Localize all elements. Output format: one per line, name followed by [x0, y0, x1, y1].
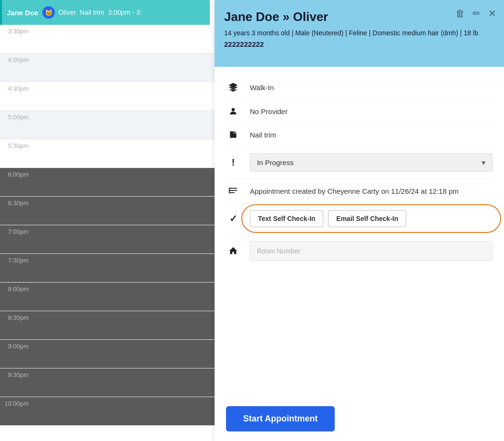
time-label: 4:30pm [0, 82, 33, 92]
detail-footer: Start Appointment [215, 399, 504, 441]
close-button[interactable]: ✕ [487, 7, 497, 20]
detail-body: Walk-In No Provider Nail trim [215, 67, 504, 399]
checkin-row: ✓ Text Self Check-In Email Self Check-In [226, 203, 493, 234]
time-slot: 9:30pm [0, 368, 215, 397]
room-input-wrapper [250, 241, 493, 261]
time-label: 6:30pm [0, 197, 33, 207]
time-label: 7:00pm [0, 225, 33, 235]
status-select-wrapper: Scheduled In Progress Completed Cancelle… [250, 153, 493, 172]
text-checkin-button[interactable]: Text Self Check-In [250, 210, 323, 227]
appointment-owner: Jane Doe [7, 9, 39, 17]
close-icon: ✕ [488, 8, 496, 19]
time-label: 8:30pm [0, 311, 33, 321]
time-label: 8:00pm [0, 283, 33, 293]
time-slot: 6:30pm [0, 197, 215, 225]
appointment-service: Nail trim [80, 9, 104, 16]
walk-in-row: Walk-In [226, 75, 493, 100]
home-icon [226, 246, 240, 256]
time-slot: 4:00pm [0, 53, 215, 82]
trash-icon: 🗑 [455, 8, 465, 19]
time-label: 6:00pm [0, 168, 33, 178]
detail-phone: 2222222222 [224, 40, 494, 48]
service-row: Nail trim [226, 123, 493, 147]
provider-label: No Provider [250, 107, 493, 116]
service-label: Nail trim [250, 131, 493, 139]
status-row: ! Scheduled In Progress Completed Cancel… [226, 147, 493, 179]
list-icon [226, 186, 240, 196]
status-dropdown[interactable]: Scheduled In Progress Completed Cancelle… [250, 153, 493, 172]
time-slot: 7:00pm [0, 225, 215, 254]
time-label: 7:30pm [0, 254, 33, 264]
time-slot: 4:30pm [0, 82, 215, 111]
time-slot: 8:00pm [0, 283, 215, 311]
audit-row: Appointment created by Cheyenne Carty on… [226, 179, 493, 203]
edit-button[interactable]: ✏ [472, 7, 482, 20]
start-appointment-button[interactable]: Start Appointment [226, 406, 335, 431]
detail-title: Jane Doe » Oliver [224, 10, 494, 24]
status-dropdown-wrapper: Scheduled In Progress Completed Cancelle… [250, 153, 493, 172]
time-slot: 10:00pm [0, 397, 215, 426]
email-checkin-button[interactable]: Email Self Check-In [328, 210, 406, 227]
time-slot: 3:30pm [0, 25, 215, 53]
time-slot: 6:00pm [0, 168, 215, 197]
detail-header: 🗑 ✏ ✕ Jane Doe » Oliver 14 years 3 month… [215, 0, 504, 67]
time-label: 5:30pm [0, 139, 33, 149]
cat-icon: 🐱 [42, 6, 55, 19]
time-label: 4:00pm [0, 53, 33, 63]
appointment-pet: Oliver [59, 9, 76, 16]
audit-text: Appointment created by Cheyenne Carty on… [250, 187, 493, 195]
note-icon [226, 130, 240, 139]
svg-point-2 [232, 108, 235, 111]
svg-rect-3 [229, 188, 237, 189]
header-actions: 🗑 ✏ ✕ [454, 7, 497, 20]
time-slots: 3:30pm4:00pm4:30pm5:00pm5:30pm6:00pm6:30… [0, 25, 215, 441]
time-label: 10:00pm [0, 397, 33, 407]
detail-panel: 🗑 ✏ ✕ Jane Doe » Oliver 14 years 3 month… [215, 0, 504, 441]
checkmark-icon: ✓ [226, 213, 240, 224]
time-slot: 7:30pm [0, 254, 215, 283]
time-label: 3:30pm [0, 25, 33, 35]
appointment-time: 3:00pm - 3: [108, 9, 142, 16]
time-slot: 5:30pm [0, 139, 215, 168]
room-number-input[interactable] [250, 241, 493, 261]
delete-button[interactable]: 🗑 [454, 7, 466, 20]
detail-subtitle: 14 years 3 months old | Male (Neutered) … [224, 28, 494, 38]
exclaim-icon: ! [226, 157, 240, 168]
time-label: 9:30pm [0, 368, 33, 378]
time-label: 9:00pm [0, 340, 33, 350]
walk-in-label: Walk-In [250, 84, 493, 92]
provider-row: No Provider [226, 100, 493, 123]
person-icon [226, 106, 240, 116]
appointment-bar[interactable]: Jane Doe 🐱 Oliver Nail trim 3:00pm - 3: [0, 0, 210, 25]
time-label: 5:00pm [0, 111, 33, 121]
checkin-buttons-group: Text Self Check-In Email Self Check-In [250, 210, 493, 227]
time-slot: 9:00pm [0, 340, 215, 368]
checkin-buttons-area: Text Self Check-In Email Self Check-In [250, 210, 493, 227]
svg-rect-4 [229, 190, 237, 191]
svg-rect-6 [229, 188, 230, 194]
room-row [226, 234, 493, 268]
pencil-icon: ✏ [473, 8, 481, 19]
time-slot: 8:30pm [0, 311, 215, 340]
calendar-panel: Jane Doe 🐱 Oliver Nail trim 3:00pm - 3: … [0, 0, 215, 441]
layers-icon [226, 82, 240, 93]
time-slot: 5:00pm [0, 111, 215, 139]
